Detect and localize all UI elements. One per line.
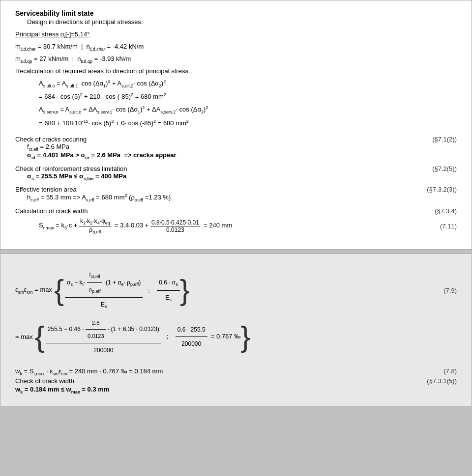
page-wrapper: Serviceability limit state Design in dir… [0, 0, 472, 406]
esm-num-inner-frac: 2.6 0.0123 [86, 317, 106, 342]
open-brace-2: { [35, 322, 45, 352]
principal-stress-header: Principal stress σi[-]=5.14° [15, 29, 457, 40]
crack-width-calc-row: Calculation of crack width (§7.3.4) [15, 207, 457, 215]
eff-tension-title: Effective tension area [15, 186, 417, 193]
reinf-stress-ref: (§7.2(5)) [432, 165, 457, 172]
esm-num-frac2: 0.6 · 255.5 200000 [176, 323, 207, 351]
reinf-stress-content: Check of reinforcement stress limitation… [15, 165, 422, 181]
srmax-fraction-1: k1·k2·k4·φeq ρp,eff [79, 218, 111, 234]
crack-result: wk = 0.184 mm ≤ wmax = 0.3 mm [15, 386, 109, 393]
eff-tension-ref: (§7.3.2(3)) [427, 186, 457, 193]
esm-numeric-label: = max [15, 333, 33, 340]
close-brace-1: } [180, 276, 190, 305]
hceff-line: hc,eff = 55.3 mm => As,eff = 680 mm2 (ρp… [27, 193, 417, 202]
reinf-stress-check-row: Check of reinforcement stress limitation… [15, 165, 457, 181]
sigma-s-line: σs = 255.5 MPa ≤ σs,lim = 400 MPa [27, 172, 422, 181]
close-brace-2: } [240, 322, 250, 352]
reinf-stress-title: Check of reinforcement stress limitation [15, 165, 422, 172]
esm-row1-frac2: 0.6 · σs Es [157, 276, 180, 305]
esm-rows: σs − kt· fct,eff ρp,eff ·(1 + αe· ρp,eff… [65, 269, 180, 312]
crack-result-row: wk = 0.184 mm ≤ wmax = 0.3 mm [15, 386, 457, 394]
esm-label: εsmεcm = max [15, 286, 52, 295]
wk-ref: (7.8) [443, 367, 457, 376]
as-ult-formula-2: = 684 · cos (5)2 + 210 · cos (-85)2 = 68… [39, 91, 457, 102]
cracks-check-title: Check of cracks occuring [15, 136, 422, 143]
recalculation-label: Recalculation of required areas to direc… [15, 66, 457, 76]
top-section: Serviceability limit state Design in dir… [0, 0, 472, 250]
sigma-ct-line: σct = 4.401 MPa > σcr = 2.6 MPa => crack… [27, 151, 422, 160]
esm-inner-frac: fct,eff ρp,eff [87, 269, 103, 297]
cracks-check-row: Check of cracks occuring fct,eff = 2.6 M… [15, 136, 457, 160]
esm-numeric-rows: 255.5 − 0.46 · 2.6 0.0123 · (1 + 6.35 · … [46, 317, 240, 357]
open-brace-1: { [54, 276, 64, 305]
eff-tension-content: Effective tension area hc,eff = 55.3 mm … [15, 186, 417, 202]
wk-row: wk = Sr,max · εsmεcm = 240 mm · 0.767 ‰ … [15, 367, 457, 376]
esm-num-frac1: 255.5 − 0.46 · 2.6 0.0123 · (1 + 6.35 · … [46, 317, 161, 357]
crack-width-calc-ref: (§7.3.4) [435, 207, 457, 215]
srmax-ref: (7.11) [440, 223, 457, 230]
as-ult-formula-1: As,ult,o = As,ult,1· cos (Δα1)2 + As,ult… [39, 78, 457, 89]
wk-formula: wk = Sr,max · εsmεcm = 240 mm · 0.767 ‰ … [15, 367, 163, 376]
esm-numeric-row: = max { 255.5 − 0.46 · 2.6 0.0123 · (1 +… [15, 317, 457, 357]
fct-eff-line: fct,eff = 2.6 MPa [27, 143, 422, 152]
esm-formula-row: εsmεcm = max { σs − kt· fct,eff ρp,eff [15, 269, 457, 312]
as-serv-formula-1: As,serv,o = As,ult,o + ΔAs,serv,1· cos (… [39, 104, 457, 115]
crack-check-row: Check of crack width (§7.3.1(5)) [15, 377, 457, 385]
as-serv-formula-2: = 680 + 108·10-15· cos (5)2 + 0· cos (-8… [39, 118, 457, 129]
cracks-check-content: Check of cracks occuring fct,eff = 2.6 M… [15, 136, 422, 160]
esm-row1: σs − kt· fct,eff ρp,eff ·(1 + αe· ρp,eff… [65, 269, 180, 312]
eff-tension-row: Effective tension area hc,eff = 55.3 mm … [15, 186, 457, 202]
section-subtitle: Design in directions of principal stress… [27, 18, 457, 26]
esm-formula-left: εsmεcm = max { σs − kt· fct,eff ρp,eff [15, 269, 434, 312]
cracks-check-ref: (§7.1(2)) [432, 136, 457, 143]
crack-check-ref: (§7.3.1(5)) [427, 377, 457, 385]
esm-ref: (7.9) [443, 287, 457, 294]
section-title: Serviceability limit state [15, 9, 457, 17]
srmax-formula-left: Sr,max = k3·c + k1·k2·k4·φeq ρp,eff = 3.… [39, 218, 430, 234]
srmax-formula-row: Sr,max = k3·c + k1·k2·k4·φeq ρp,eff = 3.… [39, 218, 457, 234]
crack-width-calc-title: Calculation of crack width [15, 207, 425, 215]
bottom-section: εsmεcm = max { σs − kt· fct,eff ρp,eff [0, 253, 472, 406]
crack-width-calc-content: Calculation of crack width [15, 207, 425, 215]
principal-stress-label: Principal stress σi[-]=5.14° [15, 30, 89, 38]
esm-numeric-row1: 255.5 − 0.46 · 2.6 0.0123 · (1 + 6.35 · … [46, 317, 240, 357]
srmax-fraction-2: 0.8·0.5·0.425·0.01 0.0123 [150, 219, 200, 233]
med-char-line: mEd,char = 30.7 kNm/m | nEd,char = -4.42… [15, 42, 457, 53]
esm-row1-frac: σs − kt· fct,eff ρp,eff ·(1 + αe· ρp,eff… [65, 269, 143, 312]
crack-check-label: Check of crack width [15, 377, 74, 385]
med-qp-line: mEd,qp = 27 kNm/m | nEd,qp = -3.93 kN/m [15, 54, 457, 65]
